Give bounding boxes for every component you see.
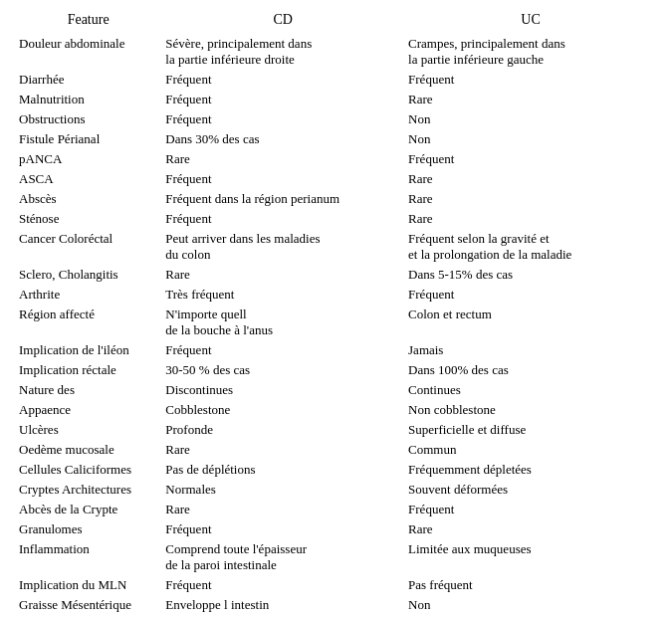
table-row: MalnutritionFréquentRare: [15, 90, 657, 109]
table-row: Graisse MésentériqueEnveloppe l intestin…: [15, 595, 657, 615]
cell-cd: Fréquent: [161, 340, 404, 360]
cell-cd: Profonde: [161, 420, 404, 440]
table-row: Fistule PérianalDans 30% des casNon: [15, 129, 657, 149]
table-row: GranulomesFréquentRare: [15, 519, 657, 539]
cell-feature: Nature des: [15, 380, 161, 400]
cell-feature: Diarrhée: [15, 70, 161, 90]
cell-feature: Inflammation: [15, 539, 161, 575]
cell-uc: Rare: [404, 169, 657, 189]
table-row: InflammationComprend toute l'épaisseurde…: [15, 539, 657, 575]
cell-cd: N'importe quellde la bouche à l'anus: [161, 305, 404, 340]
cell-feature: Appaence: [15, 400, 161, 420]
header-cd: CD: [161, 10, 404, 34]
cell-feature: Douleur abdominale: [15, 34, 161, 70]
cell-feature: Sténose: [15, 209, 161, 229]
cell-cd: Peut arriver dans les maladiesdu colon: [161, 229, 404, 265]
table-row: Nature desDiscontinuesContinues: [15, 380, 657, 400]
cell-uc: Fréquent selon la gravité etet la prolon…: [404, 229, 657, 265]
cell-uc: Non: [404, 109, 657, 129]
cell-cd: Fréquent: [161, 209, 404, 229]
cell-cd: Fréquent: [161, 109, 404, 129]
cell-feature: Sclero, Cholangitis: [15, 265, 161, 285]
table-row: Sclero, CholangitisRareDans 5-15% des ca…: [15, 265, 657, 285]
table-row: AbscèsFréquent dans la région perianumRa…: [15, 189, 657, 209]
table-row: Implication de l'iléonFréquentJamais: [15, 340, 657, 360]
table-row: ObstructionsFréquentNon: [15, 109, 657, 129]
cell-uc: Fréquent: [404, 70, 657, 90]
cell-uc: Superficielle et diffuse: [404, 420, 657, 440]
cell-cd: Pas de déplétions: [161, 460, 404, 480]
cell-uc: Dans 100% des cas: [404, 360, 657, 380]
cell-cd: Cobblestone: [161, 400, 404, 420]
cell-uc: Fréquemment dépletées: [404, 460, 657, 480]
cell-feature: ASCA: [15, 169, 161, 189]
cell-feature: Arthrite: [15, 285, 161, 305]
cell-feature: Implication réctale: [15, 360, 161, 380]
cell-uc: Non: [404, 595, 657, 615]
cell-cd: Très fréquent: [161, 285, 404, 305]
cell-cd: Fréquent: [161, 169, 404, 189]
table-row: Implication du MLNFréquentPas fréquent: [15, 575, 657, 595]
cell-cd: Rare: [161, 440, 404, 460]
header-feature: Feature: [15, 10, 161, 34]
table-row: UlcèresProfondeSuperficielle et diffuse: [15, 420, 657, 440]
cell-cd: 30-50 % des cas: [161, 360, 404, 380]
cell-uc: Fréquent: [404, 500, 657, 519]
table-row: Cryptes ArchitecturesNormalesSouvent déf…: [15, 480, 657, 500]
header-uc: UC: [404, 10, 657, 34]
cell-uc: Continues: [404, 380, 657, 400]
cell-feature: Graisse Mésentérique: [15, 595, 161, 615]
cell-uc: Rare: [404, 189, 657, 209]
cell-cd: Fréquent: [161, 519, 404, 539]
table-row: Cellules CaliciformesPas de déplétionsFr…: [15, 460, 657, 480]
cell-uc: Non cobblestone: [404, 400, 657, 420]
table-row: Douleur abdominaleSévère, principalement…: [15, 34, 657, 70]
cell-cd: Dans 30% des cas: [161, 129, 404, 149]
cell-feature: Obstructions: [15, 109, 161, 129]
cell-uc: Jamais: [404, 340, 657, 360]
cell-cd: Fréquent: [161, 575, 404, 595]
cell-cd: Enveloppe l intestin: [161, 595, 404, 615]
cell-feature: Région affecté: [15, 305, 161, 340]
cell-cd: Rare: [161, 500, 404, 519]
table-row: pANCARareFréquent: [15, 149, 657, 169]
cell-uc: Rare: [404, 519, 657, 539]
cell-uc: Rare: [404, 209, 657, 229]
cell-uc: Rare: [404, 90, 657, 109]
cell-cd: Discontinues: [161, 380, 404, 400]
cell-feature: Ulcères: [15, 420, 161, 440]
cell-cd: Rare: [161, 265, 404, 285]
cell-feature: Implication de l'iléon: [15, 340, 161, 360]
cell-cd: Normales: [161, 480, 404, 500]
cell-feature: Granulomes: [15, 519, 161, 539]
table-row: Abcès de la CrypteRareFréquent: [15, 500, 657, 519]
table-row: ArthriteTrès fréquentFréquent: [15, 285, 657, 305]
cell-uc: Souvent déformées: [404, 480, 657, 500]
cell-cd: Fréquent dans la région perianum: [161, 189, 404, 209]
cell-feature: Implication du MLN: [15, 575, 161, 595]
cell-feature: pANCA: [15, 149, 161, 169]
cell-uc: Non: [404, 129, 657, 149]
cell-cd: Sévère, principalement dansla partie inf…: [161, 34, 404, 70]
cell-uc: Fréquent: [404, 149, 657, 169]
cell-feature: Malnutrition: [15, 90, 161, 109]
table-row: AppaenceCobblestoneNon cobblestone: [15, 400, 657, 420]
cell-uc: Pas fréquent: [404, 575, 657, 595]
cell-cd: Fréquent: [161, 70, 404, 90]
cell-feature: Abcès de la Crypte: [15, 500, 161, 519]
cell-cd: Rare: [161, 149, 404, 169]
table-row: SténoseFréquentRare: [15, 209, 657, 229]
table-row: DiarrhéeFréquentFréquent: [15, 70, 657, 90]
table-row: Cancer ColoréctalPeut arriver dans les m…: [15, 229, 657, 265]
cell-feature: Cryptes Architectures: [15, 480, 161, 500]
cell-feature: Fistule Périanal: [15, 129, 161, 149]
cell-uc: Crampes, principalement dansla partie in…: [404, 34, 657, 70]
cell-cd: Fréquent: [161, 90, 404, 109]
table-row: Implication réctale30-50 % des casDans 1…: [15, 360, 657, 380]
cell-uc: Commun: [404, 440, 657, 460]
cell-feature: Cellules Caliciformes: [15, 460, 161, 480]
cell-feature: Cancer Coloréctal: [15, 229, 161, 265]
cell-cd: Comprend toute l'épaisseurde la paroi in…: [161, 539, 404, 575]
cell-uc: Colon et rectum: [404, 305, 657, 340]
cell-uc: Limitée aux muqueuses: [404, 539, 657, 575]
